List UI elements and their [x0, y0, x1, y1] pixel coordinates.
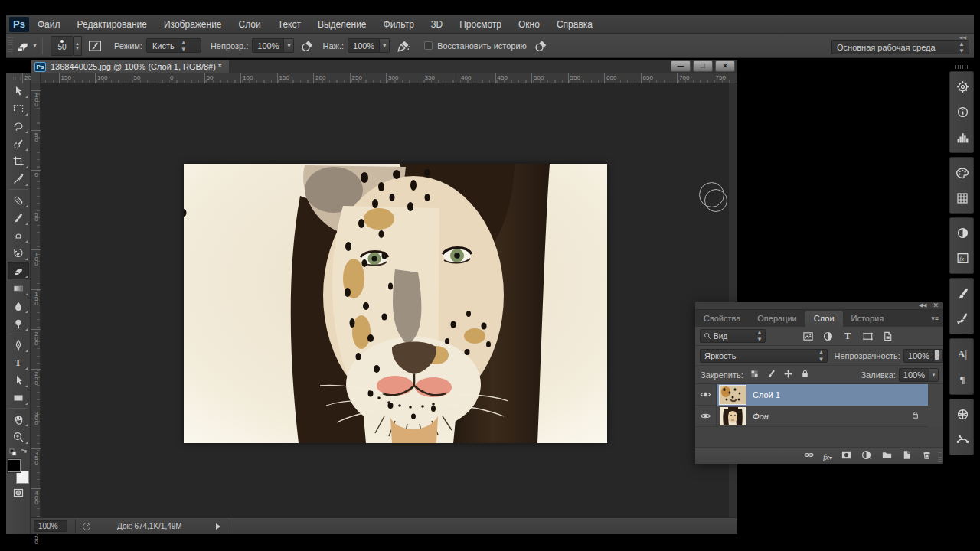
tool-type[interactable]: T [8, 354, 29, 371]
minimize-button[interactable]: — [671, 60, 691, 72]
tool-history-brush[interactable] [8, 244, 29, 262]
menu-8[interactable]: 3D [423, 15, 451, 34]
menu-6[interactable]: Выделение [309, 15, 375, 34]
dock-styles-panel-icon[interactable]: fx [950, 246, 975, 271]
canvas-image[interactable] [184, 164, 607, 443]
panel-tab-история[interactable]: История [843, 311, 893, 327]
close-button[interactable]: ✕ [715, 60, 735, 72]
tool-lasso[interactable] [8, 117, 29, 135]
menu-9[interactable]: Просмотр [451, 15, 510, 34]
link-layers-icon[interactable] [803, 449, 815, 464]
toggle-brush-panel-icon[interactable] [88, 39, 102, 53]
layer-row-фон[interactable]: Фон [695, 406, 943, 427]
tool-clone-stamp[interactable] [8, 227, 29, 244]
menu-10[interactable]: Окно [510, 15, 548, 34]
dock-paragraph-panel-icon[interactable]: ¶ [950, 367, 975, 392]
add-mask-icon[interactable] [841, 449, 852, 464]
eraser-tool-icon[interactable] [16, 39, 30, 53]
panel-menu-icon[interactable]: ▾≡ [931, 315, 939, 322]
tool-pen[interactable] [8, 336, 29, 354]
tablet-size-icon[interactable] [534, 39, 548, 53]
panel-resize-grip[interactable] [938, 452, 942, 462]
panel-tab-операции[interactable]: Операции [749, 311, 805, 327]
menu-5[interactable]: Текст [270, 15, 309, 34]
lock-all-icon[interactable] [800, 368, 810, 382]
menu-1[interactable]: Файл [29, 15, 69, 34]
flow-drop-arrow[interactable]: ▼ [380, 38, 390, 53]
tool-eyedropper[interactable] [8, 170, 29, 187]
layer-thumbnail[interactable] [720, 407, 746, 425]
tool-blur[interactable] [8, 297, 29, 315]
workspace-switcher[interactable]: Основная рабочая среда ▲▼ [831, 40, 969, 54]
layer-visibility-eye-icon[interactable] [695, 406, 717, 427]
tool-eraser[interactable] [8, 262, 29, 279]
tool-rectangle-shape[interactable] [8, 389, 29, 406]
dock-three-d-panel-icon[interactable] [950, 402, 975, 427]
dock-adjustments-panel-icon[interactable] [950, 220, 975, 246]
layer-thumbnail[interactable] [720, 386, 746, 404]
fill-control[interactable]: 100% ▼ [899, 368, 939, 382]
lock-position-icon[interactable] [783, 368, 793, 382]
dock-navigator-panel-icon[interactable] [950, 74, 975, 99]
delete-layer-icon[interactable] [921, 449, 933, 464]
blend-mode-dropdown[interactable]: Яркость ▲▼ [700, 349, 828, 363]
dock-brush-presets-panel-icon[interactable] [950, 306, 975, 331]
status-menu-arrow-icon[interactable] [216, 523, 220, 530]
layer-style-icon[interactable]: fx▾ [823, 449, 832, 463]
tablet-opacity-icon[interactable] [301, 39, 315, 53]
collapse-panels-icon[interactable]: ◀◀ [919, 302, 927, 308]
layer-row-слой-1[interactable]: Слой 1 [695, 384, 943, 406]
tool-zoom[interactable] [8, 428, 29, 445]
vertical-ruler[interactable]: 10050050100150200250300350400450 [31, 83, 41, 517]
tool-rectangular-marquee[interactable] [8, 99, 29, 117]
tool-spot-healing[interactable] [8, 191, 29, 209]
type-layers-filter-icon[interactable]: T [841, 329, 854, 343]
airbrush-icon[interactable] [397, 39, 410, 53]
tool-preset-arrow-icon[interactable]: ▼ [32, 43, 38, 48]
pixel-layers-filter-icon[interactable] [801, 329, 815, 343]
menu-2[interactable]: Редактирование [69, 15, 155, 34]
dock-character-panel-icon[interactable]: A| [950, 341, 975, 367]
new-layer-icon[interactable] [901, 449, 913, 464]
tool-quick-mask[interactable] [8, 484, 29, 501]
brush-preset-picker[interactable]: 50 ▲▼ [51, 36, 82, 56]
panel-tab-свойства[interactable]: Свойства [695, 311, 749, 327]
adjustment-layers-filter-icon[interactable] [821, 329, 835, 343]
maximize-button[interactable]: □ [693, 60, 713, 72]
restore-history-checkbox[interactable] [424, 41, 433, 50]
tool-gradient[interactable] [8, 279, 29, 297]
tool-dodge[interactable] [8, 315, 29, 332]
dock-swatches-panel-icon[interactable] [950, 185, 975, 210]
background-color-swatch[interactable] [16, 471, 29, 484]
foreground-color-swatch[interactable] [8, 459, 21, 472]
shape-layers-filter-icon[interactable] [861, 329, 874, 343]
layer-name[interactable]: Фон [753, 412, 769, 421]
smart-object-filter-icon[interactable] [880, 329, 894, 343]
tool-hand[interactable] [8, 410, 29, 428]
foreground-background-swatches[interactable] [7, 458, 30, 484]
flow-control[interactable]: 100% ▼ [348, 38, 390, 53]
lock-transparency-icon[interactable] [750, 368, 760, 382]
filter-toggle-switch[interactable] [935, 350, 939, 360]
layer-visibility-eye-icon[interactable] [695, 384, 717, 406]
new-adjustment-icon[interactable] [861, 449, 873, 464]
dock-info-panel-icon[interactable] [950, 99, 975, 125]
brush-preview[interactable]: 50 [51, 36, 74, 56]
menu-7[interactable]: Фильтр [375, 15, 423, 34]
tool-move[interactable] [8, 82, 29, 99]
mode-dropdown[interactable]: Кисть ▲▼ [146, 38, 201, 53]
lock-pixels-icon[interactable] [766, 368, 776, 382]
layer-filter-dropdown[interactable]: Вид ▲▼ [700, 329, 766, 343]
brush-size-spinner[interactable]: ▲▼ [74, 36, 82, 56]
tool-crop[interactable] [8, 152, 29, 170]
tool-quick-selection[interactable] [8, 135, 29, 152]
panel-tab-слои[interactable]: Слои [805, 311, 843, 327]
close-panel-icon[interactable]: ✕ [933, 302, 939, 309]
horizontal-ruler[interactable]: 2001501005005010015020025030035040045050… [31, 73, 737, 83]
menu-3[interactable]: Изображение [155, 15, 230, 34]
dock-histogram-panel-icon[interactable] [950, 125, 975, 150]
opacity-control[interactable]: 100% ▼ [252, 38, 294, 53]
collapse-dock-icon[interactable]: ◀◀ [959, 34, 966, 40]
opacity-drop-arrow[interactable]: ▼ [284, 38, 294, 53]
dock-properties-panel-icon[interactable] [950, 427, 975, 452]
